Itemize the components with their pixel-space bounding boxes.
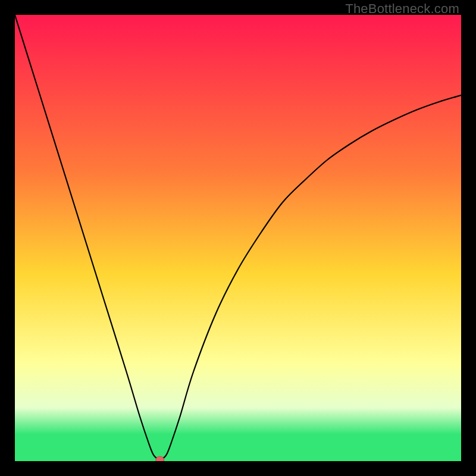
chart-frame <box>15 15 461 461</box>
bottleneck-curve <box>15 15 461 459</box>
curve-layer <box>15 15 461 461</box>
plot-area <box>15 15 461 461</box>
optimal-marker <box>156 456 164 461</box>
watermark-text: TheBottleneck.com <box>345 1 459 17</box>
